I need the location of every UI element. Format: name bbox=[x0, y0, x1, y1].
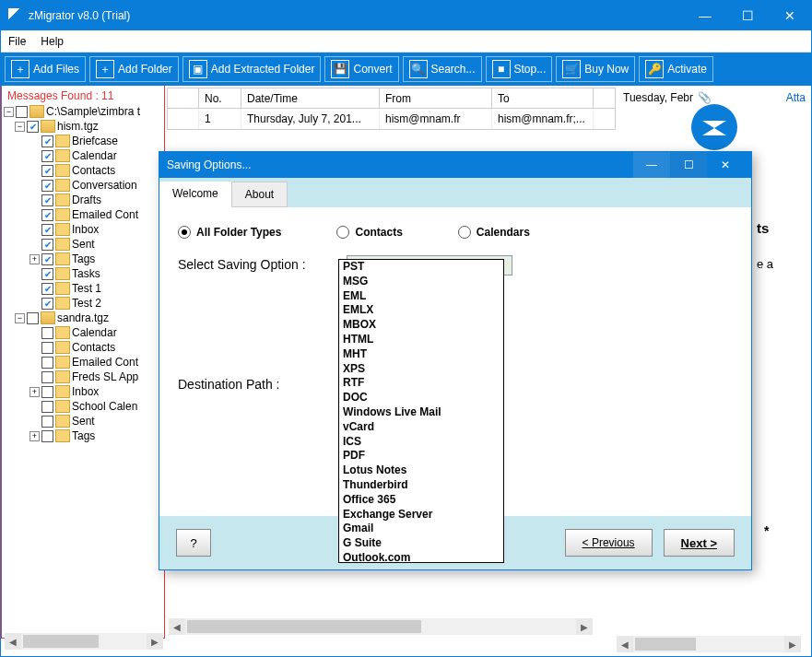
dropdown-option[interactable]: Windows Live Mail bbox=[339, 405, 503, 420]
dropdown-option[interactable]: Lotus Notes bbox=[339, 463, 503, 478]
tree-node[interactable]: ✔Emailed Cont bbox=[29, 207, 162, 222]
preview-hscroll[interactable]: ◀ ▶ bbox=[618, 636, 801, 639]
dropdown-option[interactable]: DOC bbox=[339, 391, 503, 405]
tree-hscroll[interactable]: ◀ ▶ bbox=[5, 633, 163, 650]
checkbox[interactable]: ✔ bbox=[41, 224, 53, 236]
dropdown-option[interactable]: Thunderbird bbox=[339, 478, 503, 493]
checkbox[interactable]: ✔ bbox=[41, 283, 53, 295]
dropdown-option[interactable]: EML bbox=[339, 289, 503, 304]
folder-tree[interactable]: −C:\Sample\zimbra t−✔hism.tgz✔Briefcase✔… bbox=[4, 104, 162, 443]
checkbox[interactable]: ✔ bbox=[41, 253, 53, 265]
tree-node[interactable]: ✔Test 2 bbox=[29, 296, 162, 311]
checkbox[interactable]: ✔ bbox=[41, 268, 53, 280]
tree-node[interactable]: ✔Contacts bbox=[29, 163, 162, 178]
tab-welcome[interactable]: Welcome bbox=[159, 182, 231, 207]
search-button[interactable]: 🔍Search... bbox=[403, 56, 482, 82]
scroll-right-icon[interactable]: ▶ bbox=[576, 618, 593, 635]
expand-icon[interactable]: + bbox=[29, 254, 40, 264]
dialog-minimize-button[interactable]: — bbox=[633, 152, 670, 178]
checkbox[interactable] bbox=[41, 357, 53, 369]
tree-node[interactable]: ✔Test 1 bbox=[29, 281, 162, 296]
dropdown-option[interactable]: MHT bbox=[339, 347, 503, 362]
checkbox[interactable]: ✔ bbox=[41, 135, 53, 147]
checkbox[interactable] bbox=[27, 312, 39, 324]
collapse-icon[interactable]: − bbox=[4, 107, 14, 117]
activate-button[interactable]: 🔑Activate bbox=[639, 56, 713, 82]
checkbox[interactable]: ✔ bbox=[41, 194, 53, 206]
radio-contacts[interactable]: Contacts bbox=[336, 226, 402, 239]
dropdown-option[interactable]: Exchange Server bbox=[339, 508, 503, 522]
minimize-button[interactable]: — bbox=[684, 1, 726, 30]
col-checkbox[interactable] bbox=[168, 88, 199, 108]
tree-node[interactable]: Calendar bbox=[29, 325, 162, 340]
tree-node[interactable]: ✔Drafts bbox=[29, 193, 162, 207]
menu-help[interactable]: Help bbox=[41, 35, 64, 48]
scroll-right-icon[interactable]: ▶ bbox=[784, 636, 801, 639]
radio-calendars[interactable]: Calendars bbox=[458, 226, 530, 239]
tree-node[interactable]: +✔Tags bbox=[29, 252, 162, 266]
col-to[interactable]: To bbox=[492, 88, 594, 108]
tree-node[interactable]: Sent bbox=[29, 414, 162, 428]
dropdown-option[interactable]: HTML bbox=[339, 333, 503, 347]
checkbox[interactable] bbox=[41, 401, 53, 413]
checkbox[interactable] bbox=[41, 371, 53, 383]
scroll-left-icon[interactable]: ◀ bbox=[5, 633, 21, 650]
tree-node[interactable]: ✔Calendar bbox=[29, 148, 162, 163]
tree-node[interactable]: ✔Briefcase bbox=[29, 134, 162, 148]
close-button[interactable]: ✕ bbox=[769, 1, 811, 30]
expand-icon[interactable]: + bbox=[29, 431, 40, 441]
stop-button[interactable]: ■Stop... bbox=[486, 56, 553, 82]
collapse-icon[interactable]: − bbox=[15, 122, 25, 132]
dropdown-option[interactable]: MBOX bbox=[339, 318, 503, 333]
dropdown-option[interactable]: MSG bbox=[339, 275, 503, 289]
col-no[interactable]: No. bbox=[199, 88, 241, 108]
tree-node[interactable]: −✔hism.tgz bbox=[15, 119, 162, 134]
col-from[interactable]: From bbox=[380, 88, 492, 108]
checkbox[interactable]: ✔ bbox=[41, 209, 53, 221]
collapse-icon[interactable]: − bbox=[15, 313, 25, 323]
dropdown-option[interactable]: vCard bbox=[339, 420, 503, 435]
dropdown-option[interactable]: Gmail bbox=[339, 522, 503, 536]
checkbox[interactable] bbox=[41, 386, 53, 398]
preview-attachment-link[interactable]: Atta bbox=[786, 91, 806, 104]
tree-node[interactable]: ✔Sent bbox=[29, 237, 162, 252]
message-grid[interactable]: No. Date/Time From To 1 Thursday, July 7… bbox=[167, 88, 616, 130]
add-folder-button[interactable]: ＋Add Folder bbox=[89, 56, 179, 82]
buy-button[interactable]: 🛒Buy Now bbox=[556, 56, 635, 82]
dropdown-option[interactable]: PST bbox=[339, 260, 503, 275]
next-button[interactable]: Next > bbox=[664, 529, 735, 557]
checkbox[interactable]: ✔ bbox=[41, 239, 53, 251]
expand-icon[interactable]: + bbox=[29, 387, 40, 397]
scroll-left-icon[interactable]: ◀ bbox=[169, 618, 185, 635]
add-files-button[interactable]: ＋Add Files bbox=[5, 56, 86, 82]
tree-node[interactable]: Contacts bbox=[29, 340, 162, 355]
dropdown-option[interactable]: ICS bbox=[339, 435, 503, 450]
dialog-close-button[interactable]: ✕ bbox=[707, 152, 744, 178]
tree-node[interactable]: ✔Inbox bbox=[29, 222, 162, 237]
dropdown-option[interactable]: PDF bbox=[339, 449, 503, 463]
checkbox[interactable]: ✔ bbox=[41, 150, 53, 162]
checkbox[interactable]: ✔ bbox=[41, 180, 53, 192]
dialog-titlebar[interactable]: Saving Options... — ☐ ✕ bbox=[159, 152, 751, 178]
convert-button[interactable]: 💾Convert bbox=[324, 56, 398, 82]
checkbox[interactable]: ✔ bbox=[41, 298, 53, 310]
checkbox[interactable] bbox=[41, 327, 53, 339]
checkbox[interactable]: ✔ bbox=[27, 121, 39, 133]
tree-node[interactable]: +Tags bbox=[29, 428, 162, 443]
tree-node[interactable]: ✔Conversation bbox=[29, 178, 162, 193]
menu-file[interactable]: File bbox=[8, 35, 26, 48]
tree-node[interactable]: School Calen bbox=[29, 399, 162, 414]
dropdown-option[interactable]: RTF bbox=[339, 376, 503, 391]
tree-node[interactable]: +Inbox bbox=[29, 384, 162, 399]
help-button[interactable]: ? bbox=[176, 529, 211, 557]
add-extracted-button[interactable]: ▣Add Extracted Folder bbox=[182, 56, 322, 82]
scroll-left-icon[interactable]: ◀ bbox=[618, 636, 633, 639]
radio-all-folder-types[interactable]: All Folder Types bbox=[178, 226, 281, 239]
table-row[interactable]: 1 Thursday, July 7, 201... hism@mnam.fr … bbox=[168, 109, 615, 129]
checkbox[interactable] bbox=[41, 416, 53, 428]
scroll-right-icon[interactable]: ▶ bbox=[147, 633, 163, 650]
grid-hscroll[interactable]: ◀ ▶ bbox=[169, 618, 593, 635]
tree-node[interactable]: −C:\Sample\zimbra t bbox=[4, 104, 162, 119]
maximize-button[interactable]: ☐ bbox=[726, 1, 769, 30]
checkbox[interactable] bbox=[16, 106, 28, 118]
